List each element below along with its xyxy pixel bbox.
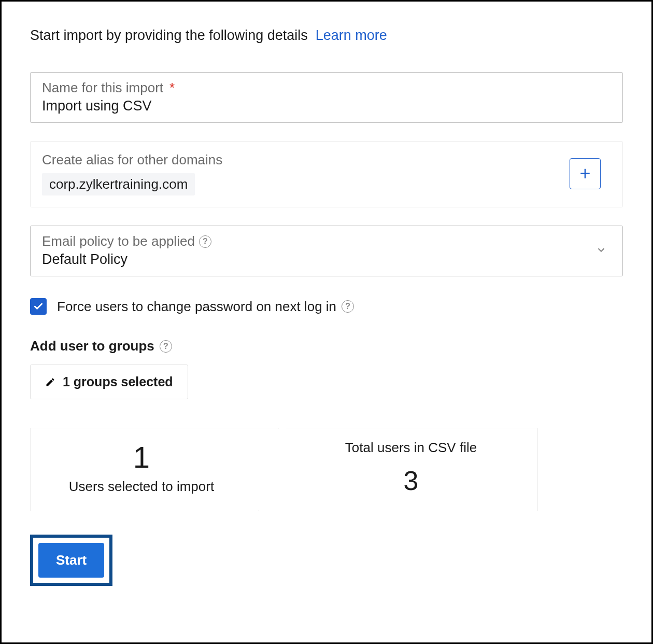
add-to-groups-title: Add user to groups ? bbox=[30, 338, 623, 354]
alias-domain-chip[interactable]: corp.zylkertraining.com bbox=[42, 173, 195, 195]
help-icon[interactable]: ? bbox=[342, 300, 354, 313]
chevron-down-icon bbox=[595, 244, 607, 258]
force-password-label-text: Force users to change password on next l… bbox=[57, 299, 336, 315]
alias-label: Create alias for other domains bbox=[42, 152, 570, 168]
force-password-row: Force users to change password on next l… bbox=[30, 298, 623, 315]
import-name-input[interactable] bbox=[42, 98, 611, 114]
start-button-highlight: Start bbox=[30, 535, 112, 586]
groups-selected-label: 1 groups selected bbox=[63, 374, 173, 389]
users-selected-label: Users selected to import bbox=[41, 479, 242, 495]
learn-more-link[interactable]: Learn more bbox=[316, 27, 387, 43]
plus-icon: + bbox=[579, 163, 590, 185]
add-alias-button[interactable]: + bbox=[570, 158, 601, 189]
import-name-label-text: Name for this import bbox=[42, 80, 163, 96]
add-to-groups-title-text: Add user to groups bbox=[30, 338, 154, 354]
start-button[interactable]: Start bbox=[38, 543, 104, 578]
users-selected-count: 1 bbox=[41, 440, 242, 474]
import-name-label: Name for this import* bbox=[42, 80, 611, 96]
force-password-checkbox[interactable] bbox=[30, 298, 47, 315]
email-policy-select[interactable]: Email policy to be applied ? Default Pol… bbox=[30, 226, 623, 276]
import-name-field[interactable]: Name for this import* bbox=[30, 72, 623, 123]
check-icon bbox=[33, 301, 44, 312]
intro-prefix: Start import by providing the following … bbox=[30, 27, 308, 43]
help-icon[interactable]: ? bbox=[160, 340, 172, 353]
pencil-icon bbox=[45, 377, 55, 387]
email-policy-value: Default Policy bbox=[42, 251, 611, 268]
groups-selected-button[interactable]: 1 groups selected bbox=[30, 365, 188, 399]
email-policy-label: Email policy to be applied ? bbox=[42, 233, 611, 249]
required-asterisk: * bbox=[169, 80, 175, 96]
users-selected-card: 1 Users selected to import bbox=[30, 428, 279, 511]
total-users-count: 3 bbox=[295, 465, 527, 496]
force-password-label: Force users to change password on next l… bbox=[57, 299, 354, 315]
email-policy-label-text: Email policy to be applied bbox=[42, 233, 195, 249]
help-icon[interactable]: ? bbox=[199, 235, 211, 248]
alias-section: Create alias for other domains corp.zylk… bbox=[30, 141, 623, 207]
total-users-label: Total users in CSV file bbox=[295, 440, 527, 456]
intro-text: Start import by providing the following … bbox=[30, 27, 623, 44]
total-users-card: Total users in CSV file 3 bbox=[258, 428, 538, 511]
stats-row: 1 Users selected to import Total users i… bbox=[30, 428, 623, 511]
